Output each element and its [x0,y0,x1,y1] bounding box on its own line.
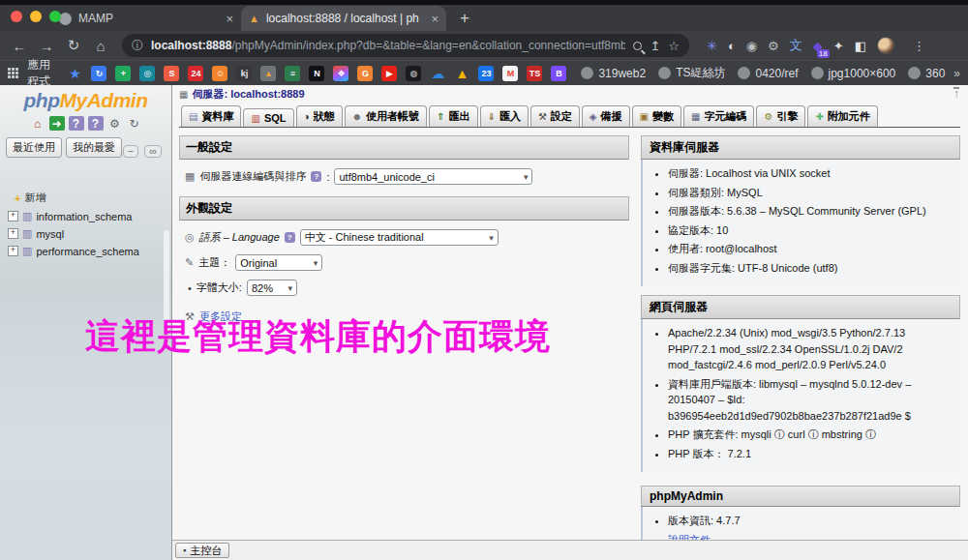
youtube-favicon[interactable]: ▶ [381,66,397,81]
profile-avatar[interactable] [877,37,894,54]
browser-menu-icon[interactable]: ⋮ [913,39,925,53]
green-circle-favicon[interactable]: ≡ [285,66,300,81]
extension-translate-icon[interactable]: 文 [790,37,802,54]
forward-button[interactable]: → [35,38,58,54]
apple-favicon[interactable]: ◍ [406,66,421,81]
tab-engines[interactable]: ⚙引擎 [756,105,805,127]
notion-favicon[interactable]: N [309,66,324,81]
browser-tab-phpmyadmin[interactable]: ▲ localhost:8888 / localhost | ph × [241,6,446,31]
bookmark-item[interactable]: ●0420/ref [738,67,798,80]
calendar-favicon[interactable]: 23 [478,66,494,81]
server-tabs: ▤資料庫▥SQL◑狀態☻使用者帳號⇑匯出⇓匯入⚒設定◈備援▣變數▦字元編碼⚙引擎… [179,105,960,128]
site-info-icon[interactable]: ⓘ [132,38,143,54]
reload-button[interactable]: ↻ [62,37,85,54]
database-icon: ▥ [22,210,32,222]
tab-user-accounts[interactable]: ☻使用者帳號 [345,105,428,127]
globe-icon: ● [738,67,750,79]
bookmark-item[interactable]: ●jpg1000×600 [811,67,896,80]
extension-contrast-icon[interactable]: ◐ [728,39,736,53]
reload-navigation-icon[interactable]: ↻ [127,116,142,131]
extension-camera-icon[interactable]: ◉ [746,39,757,53]
empty-session-icon[interactable]: ➜ [49,116,65,131]
extension-snowflake-icon[interactable]: ✳ [707,39,717,53]
tab-status[interactable]: ◑狀態 [296,105,343,127]
tree-item-information-schema[interactable]: ▥information_schema [8,210,171,222]
scroll-top-icon[interactable]: ↑ [953,87,959,99]
bookmark-star-icon[interactable]: ☆ [668,39,680,53]
address-bar[interactable]: ⓘ localhost:8888/phpMyAdmin/index.php?db… [122,34,689,57]
star-favicon[interactable]: ★ [67,66,82,81]
bookmark-item[interactable]: ●319web2 [581,67,646,80]
24h-favicon[interactable]: 24 [188,66,203,81]
gmail-favicon[interactable]: M [502,66,518,81]
kj-favicon[interactable]: kj [236,66,252,81]
tab-plugins[interactable]: ✚附加元件 [807,105,877,127]
console-button[interactable]: ▪ 主控台 [175,543,229,558]
language-label: 語系 – Language [199,230,280,245]
help-icon[interactable]: ? [285,232,295,243]
close-tab-icon[interactable]: × [431,12,439,26]
fontsize-select[interactable]: 82% ▾ [247,280,297,296]
help-icon[interactable]: ? [311,171,321,182]
mamp-favicon[interactable]: ▲ [260,66,276,81]
tab-databases[interactable]: ▤資料庫 [181,105,241,127]
language-select[interactable]: 中文 - Chinese traditional ▾ [300,229,499,246]
g-orange-favicon[interactable]: G [357,66,373,81]
theme-select[interactable]: Original ▾ [235,254,322,271]
tab-sql[interactable]: ▥SQL [243,108,293,127]
collation-select[interactable]: utf8mb4_unicode_ci ▾ [334,168,532,185]
close-window-button[interactable] [11,11,22,22]
nav-button[interactable]: 最近使用 [6,137,62,158]
navigation-settings-icon[interactable]: ⚙ [107,116,123,131]
server-info-item: 協定版本: 10 [668,222,954,239]
bookmark-item[interactable]: ●TS緹絲坊 [658,65,725,81]
home-button[interactable]: ⌂ [89,38,112,54]
extension-purple-icon[interactable]: ◆18 [813,39,823,53]
tab-import[interactable]: ⇓匯入 [480,105,529,127]
search-icon[interactable] [633,42,642,50]
extensions-puzzle-icon[interactable]: ✦ [833,39,844,53]
zoom-window-button[interactable] [49,11,61,22]
docs-help-icon[interactable]: ? [69,116,84,131]
tree-item-mysql[interactable]: ▥mysql [8,227,171,240]
share-icon[interactable]: ↥ [650,39,660,53]
export-tab-icon: ⇑ [437,111,444,122]
nav-button[interactable]: 我的最愛 [66,137,122,158]
onedrive-favicon[interactable]: ☁ [430,66,445,81]
new-tab-button[interactable]: + [460,9,469,31]
tab-charsets[interactable]: ▦字元編碼 [683,105,754,127]
wiki-help-icon[interactable]: ? [88,116,104,131]
tab-export[interactable]: ⇑匯出 [429,105,477,127]
tree-item-new[interactable]: +新增 [8,191,171,205]
orange-app-favicon[interactable]: ☺ [212,66,227,81]
link-databases-icon[interactable]: ∞ [144,145,162,158]
tree-item-performance-schema[interactable]: ▥performance_schema [8,245,171,257]
bookmarks-overflow-chevron[interactable]: » [953,67,960,80]
label: 使用者帳號 [366,109,419,124]
tab-settings[interactable]: ⚒設定 [530,105,580,127]
home-icon[interactable]: ⌂ [30,116,45,131]
label: mysql [36,228,64,240]
figma-favicon[interactable]: ❖ [333,66,348,81]
bookmark-item[interactable]: ●360 [908,67,945,80]
minimize-window-button[interactable] [30,11,42,22]
collapse-all-icon[interactable]: − [123,145,138,158]
close-tab-icon[interactable]: × [226,12,233,26]
sheets-favicon[interactable]: + [115,66,131,81]
phpmyadmin-logo[interactable]: phpMyAdmin [0,85,171,112]
extension-gear-icon[interactable]: ⚙ [768,39,779,53]
teal-app-favicon[interactable]: ◎ [139,66,155,81]
tab-replication[interactable]: ◈備援 [582,105,630,127]
gdrive-favicon[interactable]: ▲ [454,66,469,81]
history-favicon[interactable]: ↻ [91,66,106,81]
apps-grid-icon[interactable] [8,68,18,78]
label: 0420/ref [755,67,798,80]
b-favicon[interactable]: B [551,66,566,81]
back-button[interactable]: ← [8,38,31,54]
browser-tab-mamp[interactable]: MAMP × [51,6,241,31]
side-panel-icon[interactable]: ◧ [855,39,866,53]
ts-favicon[interactable]: TS [527,66,542,81]
tab-variables[interactable]: ▣變數 [632,105,681,127]
theme-value: Original [240,257,277,269]
shopify-favicon[interactable]: S [164,66,179,81]
